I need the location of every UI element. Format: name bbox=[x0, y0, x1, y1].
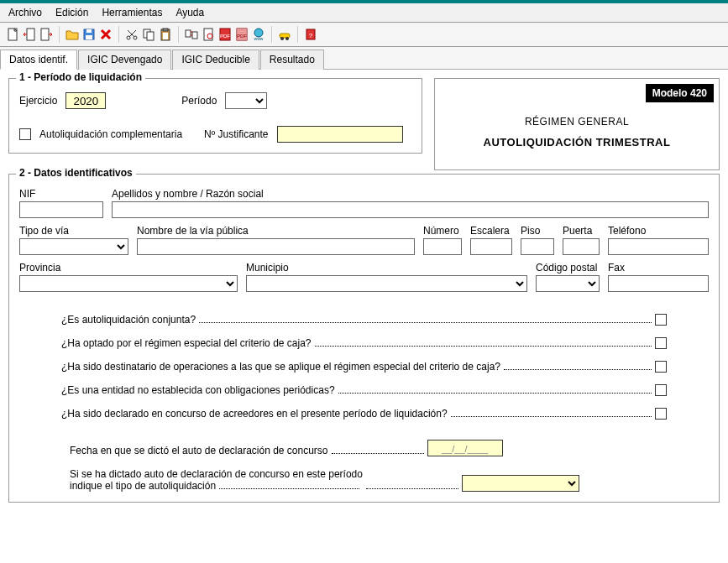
tipo-via-label: Tipo de vía bbox=[19, 225, 128, 237]
svg-text:PDF: PDF bbox=[237, 34, 247, 39]
svg-rect-9 bbox=[147, 32, 154, 40]
section-datos-identificativos: 2 - Datos identificativos NIF Apellidos … bbox=[8, 174, 720, 503]
question-text-4: ¿Ha sido declarado en concurso de acreed… bbox=[61, 408, 448, 420]
via-input[interactable] bbox=[137, 238, 415, 255]
nif-label: NIF bbox=[19, 188, 103, 200]
nombre-input[interactable] bbox=[112, 201, 709, 218]
doc-move-right-icon[interactable] bbox=[39, 27, 54, 42]
question-checkbox-2[interactable] bbox=[655, 361, 667, 373]
puerta-label: Puerta bbox=[563, 225, 600, 237]
question-row-3: ¿Es una entidad no establecida con oblig… bbox=[61, 384, 667, 396]
disk-save-icon[interactable] bbox=[81, 27, 97, 42]
question-row-1: ¿Ha optado por el régimen especial del c… bbox=[61, 337, 667, 349]
toolbar-separator bbox=[271, 26, 272, 43]
car-yellow-icon[interactable] bbox=[277, 27, 292, 42]
via-label: Nombre de la vía pública bbox=[137, 225, 415, 237]
question-row-4: ¿Ha sido declarado en concurso de acreed… bbox=[61, 408, 667, 420]
pdf-gray-icon[interactable]: PDF bbox=[234, 27, 249, 42]
numero-input[interactable] bbox=[423, 238, 462, 255]
folder-open-icon[interactable] bbox=[65, 27, 80, 42]
svg-rect-13 bbox=[186, 30, 191, 37]
cp-label: Código postal bbox=[536, 262, 600, 274]
tab-strip: Datos identif.IGIC DevengadoIGIC Deducib… bbox=[0, 47, 728, 70]
escalera-label: Escalera bbox=[470, 225, 512, 237]
doc-new-icon[interactable] bbox=[5, 27, 20, 42]
svg-rect-12 bbox=[163, 33, 168, 39]
svg-rect-4 bbox=[86, 29, 92, 33]
delete-x-icon[interactable] bbox=[98, 27, 113, 42]
nombre-label: Apellidos y nombre / Razón social bbox=[112, 188, 709, 200]
question-text-3: ¿Es una entidad no establecida con oblig… bbox=[61, 384, 335, 396]
file-stamp-icon[interactable] bbox=[201, 27, 216, 42]
copy-icon[interactable] bbox=[141, 27, 156, 42]
dots-filler bbox=[315, 346, 652, 347]
question-text-1: ¿Ha optado por el régimen especial del c… bbox=[61, 337, 312, 349]
autoliquidacion-title: AUTOLIQUIDACIÓN TRIMESTRAL bbox=[443, 136, 710, 149]
svg-rect-24 bbox=[280, 34, 290, 38]
question-row-0: ¿Es autoliquidación conjunta? bbox=[61, 314, 667, 326]
tab-1[interactable]: IGIC Devengado bbox=[78, 50, 171, 70]
fecha-auto-input[interactable]: __/__/____ bbox=[427, 440, 503, 456]
paste-icon[interactable] bbox=[158, 27, 173, 42]
svg-point-26 bbox=[285, 37, 289, 40]
svg-rect-11 bbox=[163, 29, 168, 31]
provincia-select[interactable] bbox=[19, 275, 238, 292]
svg-text:www: www bbox=[254, 36, 264, 41]
question-checkbox-0[interactable] bbox=[655, 314, 667, 326]
periodo-select[interactable] bbox=[225, 92, 267, 109]
tipo-auto-label-l2: indique el tipo de autoliquidación bbox=[70, 480, 216, 492]
dots-filler bbox=[338, 393, 652, 394]
tipo-via-select[interactable] bbox=[19, 238, 128, 255]
fax-input[interactable] bbox=[608, 275, 709, 292]
question-row-2: ¿Ha sido destinatario de operaciones a l… bbox=[61, 361, 667, 373]
tab-3[interactable]: Resultado bbox=[260, 50, 324, 70]
svg-rect-14 bbox=[192, 32, 197, 39]
modelo-badge: Modelo 420 bbox=[646, 84, 714, 102]
scissors-cut-icon[interactable] bbox=[124, 27, 139, 42]
doc-move-left-icon[interactable] bbox=[22, 27, 37, 42]
menu-ayuda[interactable]: Ayuda bbox=[170, 5, 209, 20]
complementaria-checkbox[interactable] bbox=[19, 128, 31, 140]
svg-rect-1 bbox=[27, 29, 34, 40]
puerta-input[interactable] bbox=[563, 238, 600, 255]
toolbar-separator bbox=[59, 26, 60, 43]
dots-filler bbox=[504, 369, 652, 370]
question-text-2: ¿Ha sido destinatario de operaciones a l… bbox=[61, 361, 500, 373]
swap-docs-icon[interactable] bbox=[184, 27, 199, 42]
help-book-icon[interactable]: ? bbox=[303, 27, 318, 42]
justificante-input[interactable] bbox=[277, 126, 403, 143]
cp-select[interactable] bbox=[536, 275, 600, 292]
regimen-text: RÉGIMEN GENERAL bbox=[443, 116, 710, 128]
globe-www-icon[interactable]: www bbox=[251, 27, 266, 42]
toolbar-separator bbox=[297, 26, 298, 43]
escalera-input[interactable] bbox=[470, 238, 512, 255]
nif-input[interactable] bbox=[19, 201, 103, 218]
svg-text:PDF: PDF bbox=[220, 34, 230, 39]
svg-rect-2 bbox=[41, 29, 49, 40]
question-checkbox-4[interactable] bbox=[655, 408, 667, 420]
numero-label: Número bbox=[423, 225, 462, 237]
svg-rect-5 bbox=[86, 35, 92, 39]
ejercicio-input[interactable] bbox=[65, 92, 106, 109]
municipio-label: Municipio bbox=[246, 262, 527, 274]
menu-edicion[interactable]: Edición bbox=[50, 5, 93, 20]
pdf-red-icon[interactable]: PDF bbox=[217, 27, 233, 42]
section1-legend: 1 - Período de liquidación bbox=[16, 71, 145, 83]
menu-herramientas[interactable]: Herramientas bbox=[97, 5, 167, 20]
piso-input[interactable] bbox=[521, 238, 554, 255]
menubar: Archivo Edición Herramientas Ayuda bbox=[0, 3, 728, 23]
telefono-label: Teléfono bbox=[608, 225, 709, 237]
tipo-auto-label-l1: Si se ha dictado auto de declaración de … bbox=[70, 468, 363, 480]
menu-archivo[interactable]: Archivo bbox=[3, 5, 47, 20]
provincia-label: Provincia bbox=[19, 262, 238, 274]
svg-text:?: ? bbox=[309, 32, 313, 39]
tipo-autoliquidacion-select[interactable] bbox=[462, 475, 579, 492]
tab-0[interactable]: Datos identif. bbox=[0, 50, 77, 70]
tab-2[interactable]: IGIC Deducible bbox=[172, 50, 259, 70]
complementaria-label: Autoliquidación complementaria bbox=[39, 128, 182, 140]
question-checkbox-3[interactable] bbox=[655, 384, 667, 396]
municipio-select[interactable] bbox=[246, 275, 527, 292]
telefono-input[interactable] bbox=[608, 238, 709, 255]
question-checkbox-1[interactable] bbox=[655, 337, 667, 349]
model-header-box: Modelo 420 RÉGIMEN GENERAL AUTOLIQUIDACI… bbox=[434, 78, 720, 170]
